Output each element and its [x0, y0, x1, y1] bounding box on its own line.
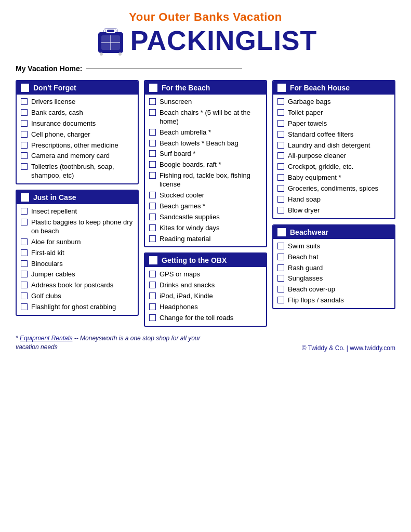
- item-checkbox[interactable]: [21, 282, 28, 288]
- header-checkbox[interactable]: [21, 193, 29, 202]
- list-item: GPS or maps: [149, 270, 262, 279]
- list-item: Sunscreen: [149, 98, 262, 107]
- item-checkbox[interactable]: [277, 297, 284, 303]
- list-item: Surf board *: [149, 150, 262, 158]
- item-checkbox[interactable]: [277, 131, 284, 138]
- list-item: Sandcastle supplies: [149, 213, 262, 222]
- item-checkbox[interactable]: [149, 214, 156, 220]
- item-checkbox[interactable]: [21, 109, 28, 116]
- list-item: Reading material: [149, 235, 262, 244]
- item-checkbox[interactable]: [149, 224, 156, 231]
- item-checkbox[interactable]: [277, 286, 284, 292]
- item-checkbox[interactable]: [149, 314, 156, 321]
- header-subtitle: Your Outer Banks Vacation: [16, 10, 395, 24]
- section-for-beach-house: For Beach House Garbage bags Toilet pape…: [272, 80, 395, 219]
- page-footer: * Equipment Rentals -- Moneysworth is a …: [16, 334, 395, 352]
- item-checkbox[interactable]: [21, 292, 28, 299]
- list-item: Beach games *: [149, 202, 262, 211]
- item-checkbox[interactable]: [21, 163, 28, 170]
- item-checkbox[interactable]: [277, 207, 284, 214]
- section-beachwear-header: Beachwear: [273, 225, 394, 239]
- section-for-the-beach: For the Beach Sunscreen Beach chairs * (…: [144, 80, 267, 247]
- list-item: Toiletries (toothbrush, soap, shampoo, e…: [21, 163, 134, 180]
- item-checkbox[interactable]: [21, 142, 28, 149]
- section-dont-forget-header: Don't Forget: [17, 81, 138, 95]
- item-checkbox[interactable]: [21, 131, 28, 138]
- item-checkbox[interactable]: [149, 292, 156, 299]
- header-checkbox[interactable]: [277, 84, 286, 92]
- main-columns: Don't Forget Drivers license Bank cards,…: [16, 80, 395, 327]
- vacation-home-line: My Vacation Home:: [16, 64, 395, 73]
- item-checkbox[interactable]: [149, 303, 156, 310]
- vacation-home-underline: [86, 69, 242, 69]
- item-checkbox[interactable]: [21, 249, 28, 256]
- item-checkbox[interactable]: [277, 185, 284, 192]
- item-checkbox[interactable]: [277, 142, 284, 149]
- item-checkbox[interactable]: [277, 243, 284, 249]
- section-for-beach-house-header: For Beach House: [273, 81, 394, 95]
- header-checkbox[interactable]: [149, 84, 157, 92]
- list-item: Beach cover-up: [277, 285, 390, 294]
- equipment-rentals-link[interactable]: Equipment Rentals: [20, 335, 72, 342]
- item-checkbox[interactable]: [277, 174, 284, 181]
- list-item: iPod, iPad, Kindle: [149, 292, 262, 301]
- item-checkbox[interactable]: [149, 172, 156, 179]
- header-checkbox[interactable]: [149, 256, 157, 264]
- page-header: Your Outer Banks Vacation PACKINGLIST: [16, 10, 395, 57]
- svg-point-10: [118, 52, 122, 56]
- item-checkbox[interactable]: [277, 196, 284, 203]
- item-checkbox[interactable]: [149, 282, 156, 288]
- item-checkbox[interactable]: [21, 271, 28, 277]
- item-checkbox[interactable]: [149, 192, 156, 198]
- list-item: Crockpot, griddle, etc.: [277, 163, 390, 171]
- item-checkbox[interactable]: [149, 109, 156, 116]
- item-checkbox[interactable]: [277, 275, 284, 282]
- section-dont-forget-title: Don't Forget: [33, 84, 76, 92]
- item-checkbox[interactable]: [149, 161, 156, 168]
- section-getting-to-obx: Getting to the OBX GPS or maps Drinks an…: [144, 252, 267, 326]
- vacation-home-label: My Vacation Home:: [16, 64, 82, 73]
- list-item: Camera and memory card: [21, 152, 134, 161]
- list-item: Bank cards, cash: [21, 109, 134, 117]
- list-item: Toilet paper: [277, 109, 390, 117]
- item-checkbox[interactable]: [277, 152, 284, 159]
- item-checkbox[interactable]: [21, 303, 28, 310]
- item-checkbox[interactable]: [21, 98, 28, 105]
- list-item: Flip flops / sandals: [277, 296, 390, 305]
- item-checkbox[interactable]: [277, 109, 284, 116]
- footer-note: * Equipment Rentals -- Moneysworth is a …: [16, 334, 213, 352]
- item-checkbox[interactable]: [277, 254, 284, 260]
- item-checkbox[interactable]: [277, 264, 284, 271]
- list-item: Fishing rod, tackle box, fishing license: [149, 171, 262, 189]
- column-1: Don't Forget Drivers license Bank cards,…: [16, 80, 139, 316]
- item-checkbox[interactable]: [21, 219, 28, 225]
- item-checkbox[interactable]: [277, 163, 284, 170]
- list-item: Beach chairs * (5 will be at the home): [149, 109, 262, 126]
- list-item: Jumper cables: [21, 270, 134, 279]
- item-checkbox[interactable]: [21, 238, 28, 245]
- item-checkbox[interactable]: [21, 152, 28, 159]
- list-item: Hand soap: [277, 195, 390, 204]
- list-item: Beach towels * Beach bag: [149, 139, 262, 148]
- header-checkbox[interactable]: [21, 84, 29, 92]
- header-checkbox[interactable]: [277, 228, 286, 236]
- item-checkbox[interactable]: [149, 140, 156, 147]
- list-item: Blow dryer: [277, 206, 390, 215]
- item-checkbox[interactable]: [149, 129, 156, 136]
- item-checkbox[interactable]: [149, 235, 156, 242]
- item-checkbox[interactable]: [21, 260, 28, 267]
- item-checkbox[interactable]: [21, 208, 28, 215]
- list-item: Rash guard: [277, 264, 390, 273]
- list-item: Cell phone, charger: [21, 130, 134, 139]
- item-checkbox[interactable]: [21, 120, 28, 127]
- item-checkbox[interactable]: [277, 120, 284, 127]
- item-checkbox[interactable]: [149, 98, 156, 105]
- item-checkbox[interactable]: [149, 271, 156, 277]
- item-checkbox[interactable]: [149, 203, 156, 209]
- item-checkbox[interactable]: [149, 150, 156, 157]
- list-item: Laundry and dish detergent: [277, 141, 390, 150]
- item-checkbox[interactable]: [277, 98, 284, 105]
- list-item: Golf clubs: [21, 292, 134, 301]
- list-item: Beach hat: [277, 253, 390, 262]
- list-item: Baby equipment *: [277, 174, 390, 182]
